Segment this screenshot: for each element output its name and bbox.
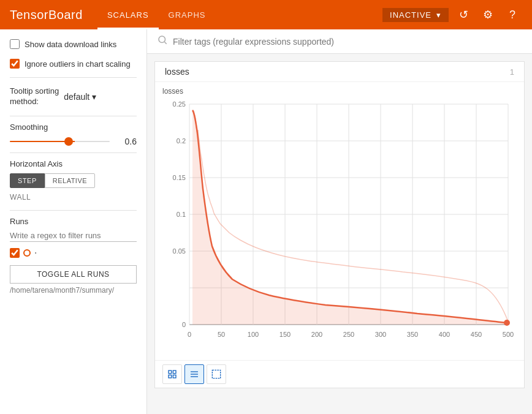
- ignore-outliers-section: Ignore outliers in chart scaling: [10, 56, 137, 71]
- header-right: INACTIVE ▾ ↺ ⚙ ?: [382, 5, 522, 24]
- chart-body: losses: [155, 82, 524, 360]
- chart-svg-container: 0.25 0.2 0.15 0.1 0.05 0 0 50 100 150 20…: [155, 98, 524, 355]
- app-header: TensorBoard SCALARS GRAPHS INACTIVE ▾ ↺ …: [0, 0, 532, 29]
- run-checkbox[interactable]: [10, 248, 20, 258]
- y-axis-label: losses: [155, 87, 524, 96]
- tooltip-select[interactable]: default ▾: [64, 92, 96, 102]
- step-button[interactable]: STEP: [10, 173, 45, 188]
- runs-label: Runs: [10, 217, 137, 226]
- svg-text:0.25: 0.25: [173, 100, 186, 108]
- wall-button[interactable]: WALL: [10, 190, 31, 204]
- chart-title: losses: [165, 67, 189, 77]
- divider-3: [10, 152, 137, 153]
- main-container: Show data download links Ignore outliers…: [0, 29, 532, 414]
- relative-button[interactable]: RELATIVE: [45, 173, 95, 188]
- help-button[interactable]: ?: [503, 5, 522, 24]
- chart-footer: [155, 360, 524, 388]
- divider-1: [10, 77, 137, 78]
- chart-svg: 0.25 0.2 0.15 0.1 0.05 0 0 50 100 150 20…: [159, 98, 520, 355]
- nav-scalars[interactable]: SCALARS: [97, 0, 159, 29]
- run-path: /home/tarena/month7/summary/: [10, 286, 137, 295]
- divider-2: [10, 116, 137, 116]
- svg-rect-45: [212, 370, 220, 378]
- svg-rect-40: [173, 375, 176, 378]
- fit-domain-button[interactable]: [207, 364, 226, 384]
- refresh-button[interactable]: ↺: [454, 5, 473, 24]
- smoothing-value: 0.6: [115, 137, 137, 146]
- svg-line-1: [164, 42, 166, 43]
- svg-text:0.1: 0.1: [177, 211, 186, 218]
- show-download-row[interactable]: Show data download links: [10, 37, 137, 51]
- ignore-outliers-row[interactable]: Ignore outliers in chart scaling: [10, 56, 137, 71]
- search-icon: [157, 34, 168, 48]
- tooltip-section: Tooltip sorting method: default ▾: [10, 84, 137, 110]
- run-item: ·: [10, 248, 137, 258]
- svg-rect-41: [169, 375, 172, 378]
- settings-button[interactable]: ⚙: [478, 5, 498, 24]
- show-download-section: Show data download links: [10, 37, 137, 51]
- runs-list: ·: [10, 248, 137, 258]
- chart-count: 1: [510, 67, 514, 77]
- fit-data-button[interactable]: [162, 364, 182, 384]
- divider-4: [10, 210, 137, 211]
- svg-rect-39: [173, 371, 176, 374]
- slider-row: 0.6: [10, 137, 137, 146]
- filter-input[interactable]: [173, 37, 522, 47]
- svg-text:250: 250: [343, 331, 354, 338]
- tooltip-label: Tooltip sorting method:: [10, 86, 59, 107]
- svg-text:0: 0: [182, 321, 186, 328]
- runs-section: Runs · TOGGLE ALL RUNS /home/tarena/mont…: [10, 217, 137, 295]
- tooltip-value: default: [64, 92, 89, 102]
- smoothing-label: Smoothing: [10, 122, 137, 132]
- filter-bar: [147, 29, 532, 54]
- run-circle: [23, 249, 31, 257]
- ignore-outliers-label: Ignore outliers in chart scaling: [25, 59, 131, 69]
- chart-card: losses 1 losses: [154, 61, 525, 388]
- status-badge[interactable]: INACTIVE ▾: [382, 8, 449, 22]
- svg-text:0.15: 0.15: [173, 174, 186, 181]
- svg-text:450: 450: [471, 331, 482, 338]
- svg-text:350: 350: [407, 331, 418, 338]
- toggle-all-runs-button[interactable]: TOGGLE ALL RUNS: [10, 265, 137, 284]
- content-area: losses 1 losses: [147, 29, 532, 414]
- nav-bar: SCALARS GRAPHS: [97, 0, 382, 29]
- axis-label: Horizontal Axis: [10, 159, 137, 168]
- svg-text:300: 300: [375, 331, 386, 338]
- svg-point-0: [159, 36, 165, 43]
- svg-text:0.05: 0.05: [173, 247, 186, 255]
- svg-text:400: 400: [439, 331, 450, 338]
- ignore-outliers-checkbox[interactable]: [10, 59, 20, 69]
- chart-endpoint: [504, 320, 510, 326]
- svg-text:150: 150: [279, 331, 291, 338]
- runs-filter-input[interactable]: [10, 230, 137, 242]
- sidebar: Show data download links Ignore outliers…: [0, 29, 147, 414]
- svg-rect-38: [169, 371, 172, 374]
- show-download-label: Show data download links: [25, 40, 116, 49]
- tooltip-dropdown-icon: ▾: [92, 92, 96, 102]
- app-logo: TensorBoard: [10, 8, 83, 22]
- chart-header: losses 1: [155, 62, 524, 82]
- toggle-lines-button[interactable]: [184, 364, 204, 384]
- run-dot: ·: [34, 248, 37, 258]
- nav-graphs[interactable]: GRAPHS: [159, 0, 216, 29]
- smoothing-section: Smoothing 0.6: [10, 122, 137, 146]
- horizontal-axis-section: Horizontal Axis STEP RELATIVE WALL: [10, 159, 137, 204]
- charts-area: losses 1 losses: [147, 54, 532, 414]
- svg-text:0: 0: [188, 331, 191, 338]
- svg-text:100: 100: [248, 331, 259, 338]
- svg-text:0.2: 0.2: [177, 137, 186, 145]
- svg-text:50: 50: [218, 331, 225, 338]
- svg-text:500: 500: [503, 331, 514, 338]
- svg-text:200: 200: [311, 331, 322, 338]
- show-download-checkbox[interactable]: [10, 39, 20, 49]
- axis-buttons: STEP RELATIVE: [10, 173, 137, 188]
- smoothing-slider[interactable]: [10, 141, 110, 142]
